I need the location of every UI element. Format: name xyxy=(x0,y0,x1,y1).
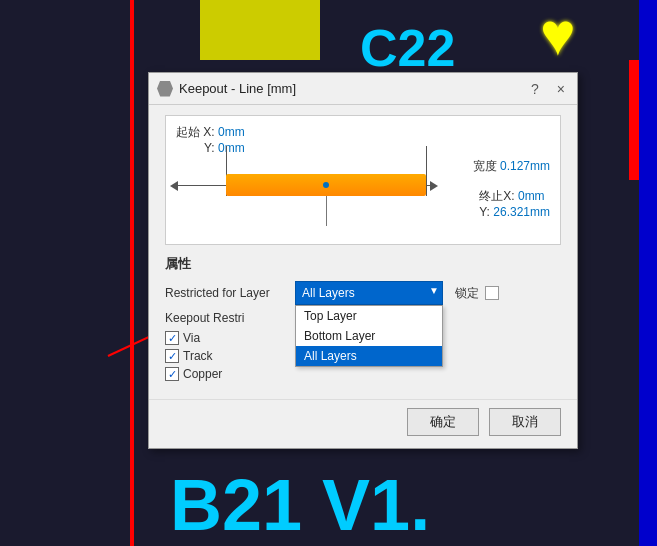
start-x-label: X: xyxy=(203,125,214,139)
cancel-button[interactable]: 取消 xyxy=(489,408,561,436)
vertical-line-mid xyxy=(326,196,327,226)
schematic-preview: 起始 X: 0mm Y: 0mm 宽度 0.127mm 终止X: 0mm Y: … xyxy=(165,115,561,245)
section-properties: 属性 xyxy=(165,255,561,273)
start-y-label: Y: xyxy=(204,141,215,155)
layer-dropdown-container[interactable]: All Layers ▼ Top Layer Bottom Layer All … xyxy=(295,281,443,305)
pcb-red-line xyxy=(130,0,134,546)
end-x-label: 终止X: xyxy=(479,189,514,203)
start-coords: 起始 X: 0mm Y: 0mm xyxy=(176,124,245,155)
layer-selected-value: All Layers xyxy=(302,286,355,300)
keepout-label: Keepout Restri xyxy=(165,311,295,325)
arrow-left-icon xyxy=(170,181,178,191)
restricted-layer-row: Restricted for Layer All Layers ▼ Top La… xyxy=(165,281,561,305)
confirm-button[interactable]: 确定 xyxy=(407,408,479,436)
dialog-footer: 确定 取消 xyxy=(149,399,577,448)
blue-dot xyxy=(323,182,329,188)
start-y-value: 0mm xyxy=(218,141,245,155)
track-checkbox[interactable] xyxy=(165,349,179,363)
dialog-title: Keepout - Line [mm] xyxy=(179,81,296,96)
pcb-blue-border xyxy=(639,0,657,546)
title-bar: Keepout - Line [mm] ? × xyxy=(149,73,577,105)
via-label: Via xyxy=(183,331,200,345)
layer-option-all[interactable]: All Layers xyxy=(296,346,442,366)
layer-option-bottom[interactable]: Bottom Layer xyxy=(296,326,442,346)
end-y-label: Y: xyxy=(479,205,490,219)
copper-checkbox[interactable] xyxy=(165,367,179,381)
help-button[interactable]: ? xyxy=(527,79,543,99)
start-label: 起始 xyxy=(176,125,200,139)
width-value: 0.127mm xyxy=(500,159,550,173)
layer-dropdown-list[interactable]: Top Layer Bottom Layer All Layers xyxy=(295,305,443,367)
arrow-right-icon xyxy=(430,181,438,191)
end-y-value: 26.321mm xyxy=(493,205,550,219)
track-label: Track xyxy=(183,349,213,363)
pcb-heart-icon: ♥ xyxy=(540,0,576,69)
lock-checkbox[interactable] xyxy=(485,286,499,300)
layer-option-top[interactable]: Top Layer xyxy=(296,306,442,326)
dialog-keepout: Keepout - Line [mm] ? × 起始 X: 0mm Y: 0mm… xyxy=(148,72,578,449)
title-bar-left: Keepout - Line [mm] xyxy=(157,81,296,97)
start-x-value: 0mm xyxy=(218,125,245,139)
pcb-b21-label: B21 V1. xyxy=(170,464,430,546)
close-button[interactable]: × xyxy=(553,79,569,99)
pcb-red-strip xyxy=(629,60,639,180)
pcb-yellow-rect xyxy=(200,0,320,60)
title-bar-buttons: ? × xyxy=(527,79,569,99)
dialog-body: 起始 X: 0mm Y: 0mm 宽度 0.127mm 终止X: 0mm Y: … xyxy=(149,105,577,391)
vertical-line-right xyxy=(426,146,427,196)
width-label-area: 宽度 0.127mm xyxy=(473,158,550,175)
width-label: 宽度 xyxy=(473,159,497,173)
dropdown-arrow-icon: ▼ xyxy=(429,285,439,296)
dialog-icon xyxy=(157,81,173,97)
end-label-area: 终止X: 0mm Y: 26.321mm xyxy=(479,188,550,219)
layer-dropdown[interactable]: All Layers ▼ xyxy=(295,281,443,305)
end-x-value: 0mm xyxy=(518,189,545,203)
via-checkbox[interactable] xyxy=(165,331,179,345)
copper-label: Copper xyxy=(183,367,222,381)
lock-label: 锁定 xyxy=(455,285,479,302)
pcb-c22-label: C22 xyxy=(360,18,455,78)
restricted-label: Restricted for Layer xyxy=(165,286,295,300)
copper-row: Copper xyxy=(165,367,325,381)
